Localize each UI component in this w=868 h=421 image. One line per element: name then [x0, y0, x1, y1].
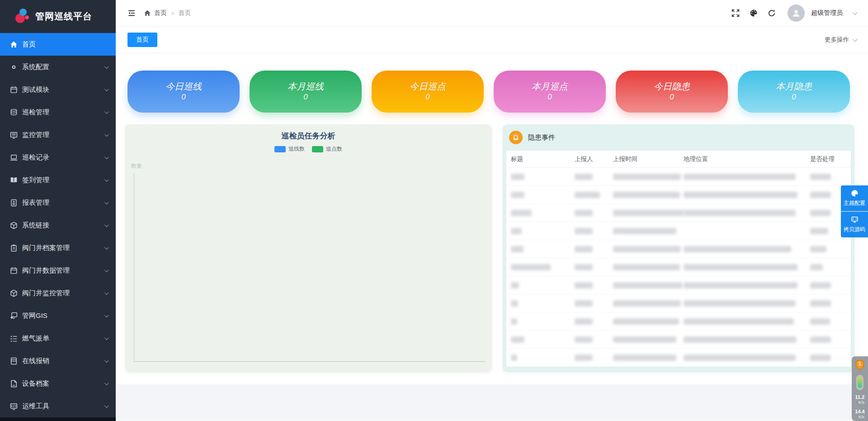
sidebar-item-system-links[interactable]: 系统链接 — [0, 214, 116, 237]
logo-circles-icon — [15, 9, 31, 25]
inspector-task-chart-panel: 巡检员任务分析 巡线数 巡点数 数量 — [125, 124, 492, 372]
app-logo[interactable]: 管网巡线平台 — [0, 0, 116, 33]
sidebar-item-checkin-management[interactable]: 签到管理 — [0, 169, 116, 191]
legend-item-lines[interactable]: 巡线数 — [274, 145, 305, 153]
column-header-report-time: 上报时间 — [613, 155, 684, 163]
table-row[interactable] — [506, 331, 851, 349]
redacted-cell-value — [511, 228, 522, 234]
stat-card-month-hazards[interactable]: 本月隐患 0 — [738, 71, 850, 113]
redacted-cell-value — [810, 336, 831, 343]
arrow-down-icon: ↓ — [855, 415, 858, 419]
username[interactable]: 超级管理员 — [811, 9, 843, 17]
chevron-down-icon — [104, 336, 109, 340]
chevron-down-icon — [104, 155, 109, 159]
monitor-list-icon — [10, 131, 18, 139]
gauge-capsule-icon — [856, 375, 863, 390]
chevron-down-icon — [104, 290, 109, 295]
redacted-cell-value — [511, 264, 551, 270]
sidebar-item-ops-tools[interactable]: 运维工具 — [0, 395, 116, 417]
table-row[interactable] — [506, 276, 851, 294]
theme-config-button[interactable]: 主题配置 — [841, 185, 868, 211]
chevron-down-icon — [104, 177, 109, 182]
redacted-cell-value — [575, 318, 593, 325]
chart-x-axis-line — [134, 361, 486, 362]
gis-icon — [10, 312, 18, 320]
sidebar-item-online-reimbursement[interactable]: 在线报销 — [0, 350, 116, 372]
hazard-events-table: 标题 上报人 上报时间 地理位置 是否处理 — [506, 151, 851, 367]
table-row[interactable] — [506, 204, 851, 222]
avatar[interactable] — [788, 5, 805, 22]
sidebar-item-inspection-records[interactable]: 巡检记录 — [0, 146, 116, 169]
net-speed-monitor-widget[interactable]: 1 11.2 ↑ K/s 14.4 ↓ K/s — [852, 356, 868, 421]
column-header-title: 标题 — [511, 155, 575, 163]
redacted-cell-value — [684, 318, 794, 325]
table-row[interactable] — [506, 258, 851, 276]
collapse-menu-icon[interactable] — [127, 9, 136, 17]
stat-card-month-points[interactable]: 本月巡点 0 — [494, 71, 606, 113]
sidebar-item-valve-well-monitoring[interactable]: 阀门井监控管理 — [0, 282, 116, 304]
chevron-down-icon[interactable] — [853, 10, 858, 15]
sidebar-item-inspection-management[interactable]: 巡检管理 — [0, 101, 116, 123]
redacted-cell-value — [613, 355, 676, 361]
sidebar-menu: 首页 系统配置 测试模块 巡检管理 监控管理 巡检记录 — [0, 33, 116, 417]
refresh-icon[interactable] — [768, 9, 776, 17]
laptop-icon — [10, 154, 18, 161]
table-row[interactable] — [506, 312, 851, 331]
sidebar-item-home[interactable]: 首页 — [0, 33, 116, 56]
sidebar-item-gas-dispatch[interactable]: 燃气派单 — [0, 327, 116, 350]
sidebar-item-report-management[interactable]: 报表管理 — [0, 191, 116, 214]
legend-item-points[interactable]: 巡点数 — [312, 145, 342, 153]
column-header-handled: 是否处理 — [810, 155, 851, 163]
floating-side-tools: 主题配置 拷贝源码 — [841, 185, 868, 237]
redacted-cell-value — [613, 282, 683, 289]
sidebar-item-pipeline-gis[interactable]: 管网GIS — [0, 304, 116, 327]
shield-badge-icon: 1 — [855, 360, 864, 370]
redacted-cell-value — [810, 282, 831, 289]
sidebar-item-system-config[interactable]: 系统配置 — [0, 56, 116, 78]
redacted-cell-value — [511, 174, 524, 180]
chevron-down-icon — [104, 109, 109, 114]
stat-cards-row: 今日巡线 0 本月巡线 0 今日巡点 0 本月巡点 0 今日隐患 0 本月隐患 … — [127, 71, 850, 113]
copy-source-button[interactable]: 拷贝源码 — [841, 212, 868, 237]
report-icon — [10, 199, 18, 207]
redacted-cell-value — [613, 228, 676, 234]
sidebar: 管网巡线平台 首页 系统配置 测试模块 巡检管理 监控管理 巡检记 — [0, 0, 116, 421]
chevron-down-icon — [104, 200, 109, 204]
chevron-down-icon — [104, 87, 109, 91]
redacted-cell-value — [810, 264, 823, 270]
stat-card-today-points[interactable]: 今日巡点 0 — [372, 71, 484, 113]
breadcrumb-separator: > — [171, 10, 175, 17]
tab-home[interactable]: 首页 — [127, 33, 157, 47]
sidebar-item-equipment-archives[interactable]: 设备档案 — [0, 372, 116, 395]
stat-card-month-lines[interactable]: 本月巡线 0 — [250, 71, 362, 113]
redacted-cell-value — [810, 318, 830, 325]
redacted-cell-value — [575, 174, 593, 180]
chevron-down-icon — [104, 358, 109, 363]
sidebar-item-monitoring-management[interactable]: 监控管理 — [0, 123, 116, 146]
stat-card-today-hazards[interactable]: 今日隐患 0 — [616, 71, 728, 113]
redacted-cell-value — [810, 210, 831, 216]
redacted-cell-value — [613, 192, 680, 198]
legend-swatch-green — [312, 146, 323, 152]
chevron-down-icon — [104, 381, 109, 385]
table-row[interactable] — [506, 294, 851, 312]
breadcrumb-home[interactable]: 首页 — [154, 9, 167, 17]
redacted-cell-value — [511, 246, 524, 252]
table-row[interactable] — [506, 168, 851, 186]
sidebar-item-test-module[interactable]: 测试模块 — [0, 78, 116, 101]
theme-palette-icon[interactable] — [750, 9, 758, 17]
sidebar-item-valve-well-archives[interactable]: 阀门井档案管理 — [0, 237, 116, 259]
redacted-cell-value — [684, 264, 797, 270]
table-row[interactable] — [506, 349, 851, 367]
hazard-events-title: 隐患事件 — [528, 133, 555, 142]
more-actions-button[interactable]: 更多操作 — [825, 36, 856, 44]
stat-card-today-lines[interactable]: 今日巡线 0 — [127, 71, 240, 113]
table-row[interactable] — [506, 240, 851, 258]
table-row[interactable] — [506, 186, 851, 204]
sidebar-item-valve-well-data[interactable]: 阀门井数据管理 — [0, 259, 116, 282]
upload-speed: 11.2 ↑ K/s — [855, 394, 865, 405]
home-icon[interactable] — [144, 9, 151, 17]
table-row[interactable] — [506, 222, 851, 240]
fullscreen-icon[interactable] — [731, 9, 740, 17]
chevron-down-icon — [104, 132, 109, 137]
